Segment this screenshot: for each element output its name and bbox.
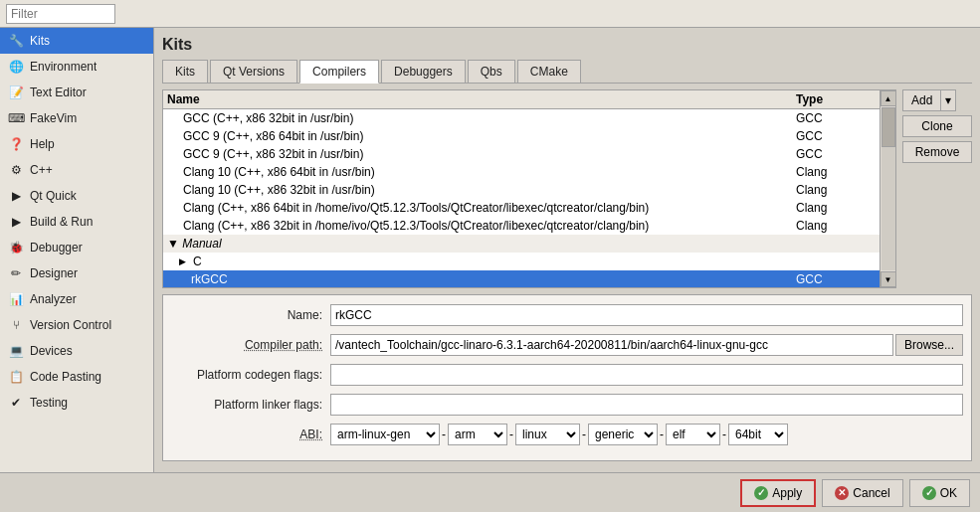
abi-os-select[interactable]: linux [515, 424, 580, 445]
platform-codegen-label: Platform codegen flags: [171, 368, 330, 382]
abi-controls: arm-linux-gen - arm - linux - generic - [330, 424, 963, 445]
table-container[interactable]: Name Type GCC (C++, x86 32bit in /usr/bi… [163, 90, 880, 287]
tab-qt-versions[interactable]: Qt Versions [210, 60, 297, 83]
sidebar-item-kits[interactable]: 🔧 Kits [0, 28, 153, 54]
ok-label: OK [940, 486, 957, 500]
row-name: GCC 9 (C++, x86 32bit in /usr/bin) [183, 147, 796, 161]
add-button[interactable]: Add [902, 89, 940, 111]
tab-qbs[interactable]: Qbs [468, 60, 515, 83]
row-type: Clang [796, 183, 876, 197]
remove-button[interactable]: Remove [902, 141, 972, 163]
table-row[interactable]: Clang 10 (C++, x86 64bit in /usr/bin) Cl… [163, 163, 880, 181]
table-row[interactable]: GCC 9 (C++, x86 32bit in /usr/bin) GCC [163, 145, 880, 163]
sidebar-item-text-editor[interactable]: 📝 Text Editor [0, 80, 153, 105]
filter-input[interactable] [6, 4, 115, 24]
name-input[interactable] [330, 304, 963, 326]
col-name-header: Name [167, 92, 796, 106]
content-area: Kits Kits Qt Versions Compilers Debugger… [154, 28, 980, 472]
cancel-button[interactable]: ✕ Cancel [822, 479, 902, 507]
scroll-up-btn[interactable]: ▲ [881, 90, 896, 106]
sidebar-item-devices[interactable]: 💻 Devices [0, 338, 153, 364]
code-pasting-icon: 📋 [8, 369, 24, 385]
sidebar-label-debugger: Debugger [30, 241, 83, 255]
sidebar-item-analyzer[interactable]: 📊 Analyzer [0, 286, 153, 312]
sidebar-label-environment: Environment [30, 60, 97, 74]
tab-kits[interactable]: Kits [162, 60, 208, 83]
abi-label: ABI: [171, 427, 330, 441]
sidebar-item-cpp[interactable]: ⚙ C++ [0, 157, 153, 183]
compiler-path-row: Compiler path: Browse... [171, 333, 963, 357]
sidebar-item-qt-quick[interactable]: ▶ Qt Quick [0, 183, 153, 209]
abi-env-select[interactable]: generic [588, 424, 658, 445]
platform-codegen-input[interactable] [330, 364, 963, 386]
abi-width-select[interactable]: 64bit [728, 424, 788, 445]
platform-codegen-row: Platform codegen flags: [171, 363, 963, 387]
sidebar-label-code-pasting: Code Pasting [30, 370, 101, 384]
table-section-manual: ▼ Manual [163, 235, 880, 253]
scrollbar-thumb[interactable] [882, 107, 895, 147]
sidebar: 🔧 Kits 🌐 Environment 📝 Text Editor ⌨ Fak… [0, 28, 154, 472]
compiler-path-input[interactable] [330, 334, 893, 356]
scrollbar-track[interactable] [882, 107, 895, 270]
sidebar-label-testing: Testing [30, 396, 68, 410]
details-area: Name: Compiler path: Browse... Platform … [162, 294, 972, 461]
row-name: Clang 10 (C++, x86 64bit in /usr/bin) [183, 165, 796, 179]
abi-cpu-select[interactable]: arm [448, 424, 507, 445]
apply-button[interactable]: ✓ Apply [740, 479, 816, 507]
name-row: Name: [171, 303, 963, 327]
table-row[interactable]: Clang 10 (C++, x86 32bit in /usr/bin) Cl… [163, 181, 880, 199]
table-row[interactable]: Clang (C++, x86 32bit in /home/ivo/Qt5.1… [163, 217, 880, 235]
platform-linker-row: Platform linker flags: [171, 393, 963, 417]
fakevim-icon: ⌨ [8, 110, 24, 126]
platform-linker-input[interactable] [330, 394, 963, 416]
ok-check-icon: ✓ [922, 486, 936, 500]
row-type-rkgcc: GCC [796, 272, 876, 286]
table-subsection-c[interactable]: ▶ C [163, 253, 880, 270]
sidebar-item-build-run[interactable]: ▶ Build & Run [0, 209, 153, 235]
table-actions: Add ▾ Clone Remove [902, 89, 972, 288]
sidebar-item-version-control[interactable]: ⑂ Version Control [0, 312, 153, 338]
apply-check-icon: ✓ [754, 486, 768, 500]
clone-button[interactable]: Clone [902, 115, 972, 137]
table-row[interactable]: GCC 9 (C++, x86 64bit in /usr/bin) GCC [163, 127, 880, 145]
platform-linker-label: Platform linker flags: [171, 398, 330, 412]
debugger-icon: 🐞 [8, 240, 24, 256]
text-editor-icon: 📝 [8, 85, 24, 100]
sidebar-label-help: Help [30, 137, 55, 151]
add-dropdown-arrow[interactable]: ▾ [940, 89, 956, 111]
sidebar-item-help[interactable]: ❓ Help [0, 131, 153, 157]
sidebar-label-analyzer: Analyzer [30, 292, 77, 306]
ok-button[interactable]: ✓ OK [909, 479, 970, 507]
compilers-table-section: Name Type GCC (C++, x86 32bit in /usr/bi… [162, 89, 972, 288]
row-name-rkgcc: rkGCC [191, 272, 796, 286]
table-row[interactable]: Clang (C++, x86 64bit in /home/ivo/Qt5.1… [163, 199, 880, 217]
row-name: GCC (C++, x86 32bit in /usr/bin) [183, 111, 796, 125]
browse-button[interactable]: Browse... [895, 334, 963, 356]
abi-format-select[interactable]: elf [666, 424, 720, 445]
sidebar-item-code-pasting[interactable]: 📋 Code Pasting [0, 364, 153, 390]
sidebar-item-fakevim[interactable]: ⌨ FakeVim [0, 105, 153, 131]
sidebar-item-testing[interactable]: ✔ Testing [0, 390, 153, 416]
table-row[interactable]: GCC (C++, x86 32bit in /usr/bin) GCC [163, 109, 880, 127]
sidebar-item-designer[interactable]: ✏ Designer [0, 260, 153, 286]
table-scrollbar[interactable]: ▲ ▼ [880, 90, 895, 287]
tab-cmake[interactable]: CMake [517, 60, 581, 83]
sidebar-label-devices: Devices [30, 344, 73, 358]
row-name: Clang (C++, x86 32bit in /home/ivo/Qt5.1… [183, 219, 796, 233]
row-name: Clang 10 (C++, x86 32bit in /usr/bin) [183, 183, 796, 197]
qt-quick-icon: ▶ [8, 188, 24, 204]
abi-arch-select[interactable]: arm-linux-gen [330, 424, 440, 445]
table-row-rkgcc[interactable]: rkGCC GCC [163, 270, 880, 287]
sidebar-item-debugger[interactable]: 🐞 Debugger [0, 235, 153, 260]
table-header: Name Type [163, 90, 880, 109]
tab-debuggers[interactable]: Debuggers [381, 60, 466, 83]
compilers-table: Name Type GCC (C++, x86 32bit in /usr/bi… [162, 89, 896, 288]
scroll-down-btn[interactable]: ▼ [881, 271, 896, 287]
page-title: Kits [162, 36, 972, 54]
tab-compilers[interactable]: Compilers [299, 60, 379, 84]
version-control-icon: ⑂ [8, 317, 24, 333]
analyzer-icon: 📊 [8, 291, 24, 307]
sidebar-item-environment[interactable]: 🌐 Environment [0, 54, 153, 80]
abi-row: ABI: arm-linux-gen - arm - linux - g [171, 423, 963, 446]
main-area: 🔧 Kits 🌐 Environment 📝 Text Editor ⌨ Fak… [0, 28, 980, 472]
